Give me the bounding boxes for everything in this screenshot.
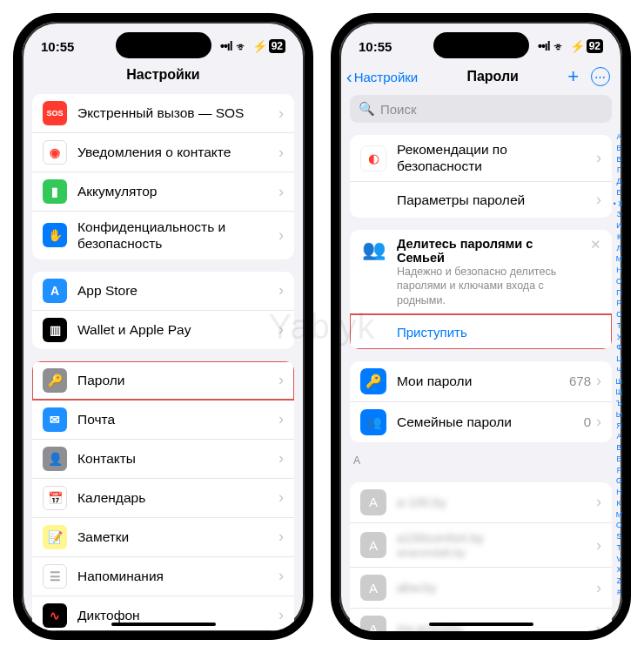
chevron-right-icon: › bbox=[596, 372, 601, 390]
site-icon: A bbox=[360, 575, 386, 601]
wallet-icon: ▥ bbox=[43, 318, 67, 342]
sos-icon: SOS bbox=[43, 101, 67, 125]
chevron-right-icon: › bbox=[278, 320, 284, 339]
time: 10:55 bbox=[41, 39, 74, 54]
battery-icon: ⚡92 bbox=[252, 39, 285, 53]
password-lists: 🔑 Мои пароли 678 › 👥 Семейные пароли 0 › bbox=[350, 361, 612, 442]
chevron-right-icon: › bbox=[278, 449, 284, 468]
appstore-icon: A bbox=[43, 279, 67, 303]
setting-wallet[interactable]: ▥Wallet и Apple Pay› bbox=[32, 310, 294, 349]
security-recommendations[interactable]: ◐ Рекомендации по безопасности › bbox=[350, 135, 612, 181]
setting-reminders[interactable]: ☰Напоминания› bbox=[32, 556, 294, 596]
settings-group-store: AApp Store›▥Wallet и Apple Pay› bbox=[32, 272, 294, 349]
passwords-icon: 🔑 bbox=[43, 368, 67, 393]
password-entry[interactable]: Aabw.by› bbox=[350, 567, 612, 608]
label: Диктофон bbox=[77, 607, 273, 623]
family-passwords[interactable]: 👥 Семейные пароли 0 › bbox=[350, 401, 612, 442]
reco-icon: ◐ bbox=[360, 145, 386, 172]
chevron-right-icon: › bbox=[596, 149, 601, 167]
page-title: Пароли bbox=[466, 69, 519, 84]
label: Календарь bbox=[77, 489, 273, 506]
chevron-right-icon: › bbox=[278, 371, 284, 389]
family-icon: 👥 bbox=[360, 237, 386, 263]
chevron-right-icon: › bbox=[278, 281, 284, 300]
chevron-right-icon: › bbox=[278, 488, 284, 507]
notch bbox=[433, 32, 529, 58]
label: Уведомления о контакте bbox=[77, 144, 273, 160]
battery-icon: ▮ bbox=[43, 179, 67, 204]
wifi-icon bbox=[553, 39, 567, 54]
label: Wallet и Apple Pay bbox=[77, 321, 273, 338]
label: Напоминания bbox=[77, 568, 273, 584]
setting-exposure[interactable]: ◉Уведомления о контакте› bbox=[32, 132, 294, 172]
add-button[interactable]: + bbox=[567, 65, 579, 88]
site-icon: A bbox=[360, 616, 386, 631]
chevron-right-icon: › bbox=[278, 183, 284, 201]
chevron-right-icon: › bbox=[596, 191, 601, 209]
battery-icon: ⚡92 bbox=[570, 39, 603, 53]
setting-passwords[interactable]: 🔑Пароли› bbox=[32, 361, 294, 400]
chevron-right-icon: › bbox=[278, 606, 284, 624]
password-entry[interactable]: Aa-100.by› bbox=[350, 482, 612, 522]
label: Почта bbox=[77, 411, 273, 427]
chevron-right-icon: › bbox=[278, 144, 284, 162]
start-button[interactable]: Приступить bbox=[350, 314, 612, 349]
reminders-icon: ☰ bbox=[43, 564, 67, 589]
setting-battery[interactable]: ▮Аккумулятор› bbox=[32, 172, 294, 211]
share-card: 👥 Делитесь паролями с Семьей Надежно и б… bbox=[350, 230, 612, 349]
privacy-icon: ✋ bbox=[43, 223, 67, 247]
recommendations-group: ◐ Рекомендации по безопасности › Парамет… bbox=[350, 135, 612, 218]
back-button[interactable]: ‹ Настройки bbox=[346, 67, 418, 87]
entries-list: Aa-100.by›Aa100comfort.byanaconda6.by›Aa… bbox=[350, 482, 612, 631]
phone-right: 10:55 ⚡92 ‹ Настройки Пароли + ⋯ 🔍 Поиск… bbox=[331, 13, 631, 640]
home-indicator[interactable] bbox=[111, 623, 216, 626]
chevron-right-icon: › bbox=[278, 226, 284, 245]
mail-icon: ✉ bbox=[43, 407, 67, 432]
share-title: Делитесь паролями с Семьей bbox=[397, 237, 583, 265]
share-subtitle: Надежно и безопасно делитесь паролями и … bbox=[397, 265, 583, 307]
setting-sos[interactable]: SOSЭкстренный вызов — SOS› bbox=[32, 94, 294, 132]
section-header-a: A bbox=[350, 442, 612, 470]
navbar: ‹ Настройки Пароли + ⋯ bbox=[339, 60, 622, 93]
chevron-right-icon: › bbox=[596, 493, 601, 511]
page-title: Настройки bbox=[22, 60, 305, 92]
settings-group-general: SOSЭкстренный вызов — SOS›◉Уведомления о… bbox=[32, 94, 294, 259]
exposure-icon: ◉ bbox=[43, 140, 67, 165]
label: Пароли bbox=[77, 372, 273, 388]
chevron-right-icon: › bbox=[278, 104, 284, 123]
setting-contacts[interactable]: 👤Контакты› bbox=[32, 439, 294, 478]
key-icon: 🔑 bbox=[360, 368, 386, 394]
voicememos-icon: ∿ bbox=[43, 603, 67, 628]
my-passwords[interactable]: 🔑 Мои пароли 678 › bbox=[350, 361, 612, 401]
label: Контакты bbox=[77, 450, 273, 467]
time: 10:55 bbox=[359, 39, 392, 54]
setting-appstore[interactable]: AApp Store› bbox=[32, 272, 294, 310]
close-icon[interactable]: ✕ bbox=[583, 237, 601, 252]
settings-group-apps: 🔑Пароли›✉Почта›👤Контакты›📅Календарь›📝Зам… bbox=[32, 361, 294, 630]
setting-notes[interactable]: 📝Заметки› bbox=[32, 517, 294, 556]
password-entry[interactable]: Amy.activeby› bbox=[350, 608, 612, 631]
label: Заметки bbox=[77, 528, 273, 545]
signal-icon bbox=[220, 39, 232, 53]
site-icon: A bbox=[360, 489, 386, 515]
notes-icon: 📝 bbox=[43, 525, 67, 549]
calendar-icon: 📅 bbox=[43, 486, 67, 510]
search-input[interactable]: 🔍 Поиск bbox=[350, 95, 612, 123]
search-icon: 🔍 bbox=[359, 101, 375, 117]
password-entry[interactable]: Aa100comfort.byanaconda6.by› bbox=[350, 522, 612, 567]
chevron-right-icon: › bbox=[596, 413, 601, 431]
contacts-icon: 👤 bbox=[43, 447, 67, 471]
home-indicator[interactable] bbox=[429, 623, 533, 626]
setting-mail[interactable]: ✉Почта› bbox=[32, 400, 294, 439]
setting-calendar[interactable]: 📅Календарь› bbox=[32, 478, 294, 517]
chevron-right-icon: › bbox=[278, 528, 284, 546]
more-button[interactable]: ⋯ bbox=[591, 67, 610, 86]
label: Экстренный вызов — SOS bbox=[77, 104, 273, 121]
chevron-right-icon: › bbox=[596, 579, 601, 597]
az-index[interactable]: АБВГДЕ• ЖЗИКЛМНОПРСТУФЦЧШЩЪЫЯABEFGHKMOST… bbox=[614, 131, 622, 598]
chevron-right-icon: › bbox=[596, 620, 601, 631]
label: App Store bbox=[77, 282, 273, 299]
setting-privacy[interactable]: ✋Конфиденциальность и безопасность› bbox=[32, 211, 294, 259]
group-icon: 👥 bbox=[360, 409, 386, 435]
password-options[interactable]: Параметры паролей › bbox=[350, 181, 612, 218]
